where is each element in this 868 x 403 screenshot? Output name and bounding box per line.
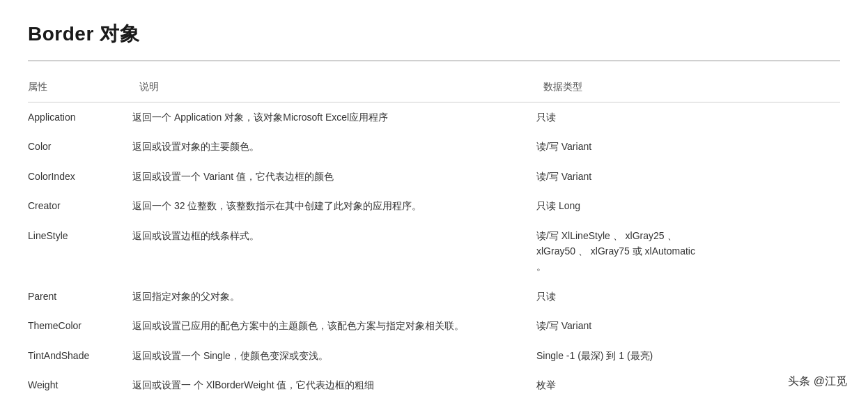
property-name: Application (28, 102, 132, 132)
property-description: 返回一个 32 位整数，该整数指示在其中创建了此对象的应用程序。 (132, 191, 536, 220)
properties-table: 属性 说明 数据类型 Application返回一个 Application 对… (28, 75, 840, 400)
property-name: TintAndShade (28, 341, 132, 370)
table-row: Parent返回指定对象的父对象。只读 (28, 282, 840, 311)
table-row: ThemeColor返回或设置已应用的配色方案中的主题颜色，该配色方案与指定对象… (28, 311, 840, 340)
property-name: ColorIndex (28, 162, 132, 191)
property-description: 返回或设置对象的主要颜色。 (132, 132, 536, 161)
watermark: 头条 @江觅 (788, 374, 847, 389)
col-header-datatype: 数据类型 (536, 75, 840, 102)
col-header-property: 属性 (28, 75, 132, 102)
property-description: 返回指定对象的父对象。 (132, 282, 536, 311)
property-name: Color (28, 132, 132, 161)
table-row: Color返回或设置对象的主要颜色。 读/写 Variant (28, 132, 840, 161)
property-datatype: 只读 Long (536, 191, 840, 220)
property-name: LineStyle (28, 221, 132, 282)
property-datatype: 读/写 Variant (536, 162, 840, 191)
property-name: Weight (28, 370, 132, 400)
property-datatype: 读/写 Variant (536, 311, 840, 340)
table-row: Weight返回或设置一 个 XlBorderWeight 值，它代表边框的粗细… (28, 370, 840, 400)
property-description: 返回一个 Application 对象，该对象Microsoft Excel应用… (132, 102, 536, 132)
property-description: 返回或设置一个 Variant 值，它代表边框的颜色 (132, 162, 536, 191)
property-datatype: 只读 (536, 102, 840, 132)
table-row: ColorIndex返回或设置一个 Variant 值，它代表边框的颜色 读/写… (28, 162, 840, 191)
property-datatype: Single -1 (最深) 到 1 (最亮) (536, 341, 840, 370)
table-row: Creator返回一个 32 位整数，该整数指示在其中创建了此对象的应用程序。只… (28, 191, 840, 220)
table-row: Application返回一个 Application 对象，该对象Micros… (28, 102, 840, 132)
property-datatype: 读/写 Variant (536, 132, 840, 161)
page-container: Border 对象 属性 说明 数据类型 Application返回一个 App… (0, 0, 868, 403)
property-name: Parent (28, 282, 132, 311)
property-description: 返回或设置已应用的配色方案中的主题颜色，该配色方案与指定对象相关联。 (132, 311, 536, 340)
col-header-description: 说明 (132, 75, 536, 102)
page-title: Border 对象 (28, 21, 840, 47)
table-row: LineStyle返回或设置边框的线条样式。 读/写 XlLineStyle 、… (28, 221, 840, 282)
section-divider (28, 60, 840, 61)
property-description: 返回或设置一个 Single，使颜色变深或变浅。 (132, 341, 536, 370)
property-name: Creator (28, 191, 132, 220)
property-description: 返回或设置一 个 XlBorderWeight 值，它代表边框的粗细 (132, 370, 536, 400)
property-datatype: 读/写 XlLineStyle 、 xlGray25 、xlGray50 、 x… (536, 221, 840, 282)
table-row: TintAndShade返回或设置一个 Single，使颜色变深或变浅。Sing… (28, 341, 840, 370)
property-datatype: 只读 (536, 282, 840, 311)
property-name: ThemeColor (28, 311, 132, 340)
property-description: 返回或设置边框的线条样式。 (132, 221, 536, 282)
